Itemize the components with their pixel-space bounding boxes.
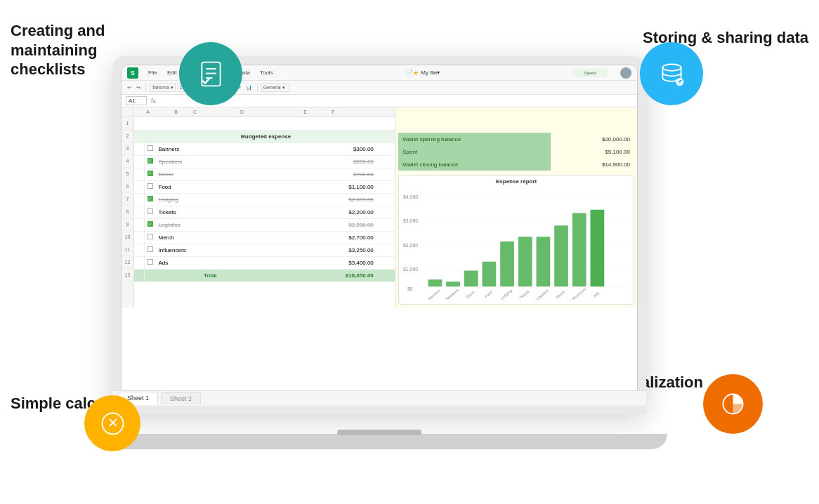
save-status: Saved <box>572 69 608 77</box>
data-area: 1 2 3 4 5 6 7 8 9 10 11 12 13 <box>122 107 637 307</box>
laptop-body: S File Edit Insert Format Data Tools 📄 ★… <box>112 56 646 414</box>
table-row: Influencers $3,250.00 <box>134 244 395 256</box>
col-e: E <box>284 107 327 117</box>
menu-file[interactable]: File <box>148 69 157 76</box>
col-d: D <box>200 107 284 117</box>
svg-text:✕: ✕ <box>107 416 118 430</box>
table-row: Merch $2,700.00 <box>134 231 395 244</box>
checkbox-banners[interactable] <box>148 145 153 151</box>
format-select[interactable]: General ▾ <box>261 84 289 92</box>
label-merch: Merch <box>156 231 266 244</box>
svg-text:$2,000: $2,000 <box>403 243 418 248</box>
piechart-circle-icon <box>703 374 763 434</box>
row-headers: 1 2 3 4 5 6 7 8 9 10 11 12 13 <box>122 107 134 307</box>
row-11: 11 <box>122 244 133 256</box>
wallet-summary-table: Wallet opening balance $20,000.00 Spent … <box>398 133 634 171</box>
right-panel: Wallet opening balance $20,000.00 Spent … <box>395 107 637 307</box>
fx-label: fx <box>151 98 156 105</box>
laptop-base <box>91 434 667 449</box>
row-3: 3 <box>122 142 133 155</box>
checkbox-decor[interactable] <box>148 171 153 176</box>
chart-title: Expense report <box>402 178 631 185</box>
wallet-row-spent: Spent $5,100.00 <box>398 145 634 158</box>
bar-food <box>483 262 497 287</box>
bar-lodging <box>500 241 514 286</box>
svg-text:Merch: Merch <box>555 289 565 299</box>
left-panel: A B C D E F Budgeted ex <box>134 107 395 307</box>
svg-text:Decor: Decor <box>465 289 476 299</box>
chart-btn[interactable]: 📊 <box>244 84 254 91</box>
label-influencers: Influencers <box>156 244 266 256</box>
laptop-screen: S File Edit Insert Format Data Tools 📄 ★… <box>121 65 638 406</box>
amount-decor: $700.00 <box>265 168 376 180</box>
bar-decor <box>464 270 478 286</box>
cell-reference[interactable]: A1 <box>126 96 147 105</box>
sheet-tabs: Sheet 1 Sheet 2 <box>121 390 638 406</box>
checkbox-ads[interactable] <box>148 259 153 265</box>
row-12: 12 <box>122 256 133 269</box>
database-circle-icon <box>640 42 703 105</box>
amount-merch: $2,700.00 <box>265 231 376 244</box>
bar-speakers <box>446 281 460 286</box>
col-f: F <box>327 107 341 117</box>
expense-table: Budgeted expense Banners $300.00 <box>134 117 395 282</box>
checkbox-tickets[interactable] <box>148 208 153 214</box>
checkbox-merch[interactable] <box>148 234 153 239</box>
total-row: Total $18,050.00 <box>134 269 395 281</box>
svg-text:Lodging: Lodging <box>500 289 513 300</box>
table-row: Logistics $2,200.00 <box>134 218 395 231</box>
row-13: 13 <box>122 269 133 281</box>
menu-tools[interactable]: Tools <box>260 69 273 76</box>
redo-btn[interactable]: ↪ <box>135 84 142 91</box>
wallet-opening-value: $20,000.00 <box>551 133 634 145</box>
table-row: Lodging $2,000.00 <box>134 193 395 206</box>
font-select[interactable]: Tahoma ▾ <box>150 84 176 92</box>
bar-chart-svg: $4,000 $3,000 $2,000 $1,000 $0 <box>402 187 631 300</box>
checkbox-logistics[interactable] <box>148 221 153 227</box>
svg-text:Tickets: Tickets <box>518 289 530 300</box>
menu-edit[interactable]: Edit <box>167 69 177 76</box>
svg-text:$3,000: $3,000 <box>403 218 418 223</box>
amount-logistics: $2,200.00 <box>265 218 376 231</box>
svg-text:$4,000: $4,000 <box>403 194 418 199</box>
label-ads: Ads <box>156 256 266 269</box>
bar-merch <box>554 225 568 286</box>
table-row: Decor $700.00 <box>134 168 395 180</box>
amount-banners: $300.00 <box>265 142 376 155</box>
checkbox-speakers[interactable] <box>148 158 153 164</box>
table-row: Banners $300.00 <box>134 142 395 155</box>
wallet-closing-label: Wallet closing balance <box>398 158 551 171</box>
laptop-wrapper: S File Edit Insert Format Data Tools 📄 ★… <box>112 56 646 449</box>
row-4: 4 <box>122 155 133 168</box>
wallet-row-closing: Wallet closing balance $14,900.00 <box>398 158 634 171</box>
laptop-notch <box>337 430 421 435</box>
row-9: 9 <box>122 218 133 231</box>
row-6: 6 <box>122 180 133 193</box>
svg-text:Banners: Banners <box>428 289 442 300</box>
wallet-closing-value: $14,900.00 <box>551 158 634 171</box>
spreadsheet: S File Edit Insert Format Data Tools 📄 ★… <box>122 65 637 405</box>
bar-influencers <box>572 213 587 287</box>
tab-sheet2[interactable]: Sheet 2 <box>161 392 201 404</box>
row-8: 8 <box>122 206 133 218</box>
checkbox-lodging[interactable] <box>148 196 153 201</box>
expense-chart: Expense report $4,000 $3,000 $2,000 $1,0… <box>398 175 634 305</box>
undo-btn[interactable]: ↩ <box>126 84 133 91</box>
file-title: My file <box>421 69 437 76</box>
row-10: 10 <box>122 231 133 244</box>
svg-text:Logistics: Logistics <box>535 288 549 300</box>
label-food: Food <box>156 180 266 193</box>
wallet-spent-value: $5,100.00 <box>551 145 634 158</box>
col-a: A <box>134 107 162 117</box>
col-headers: A B C D E F <box>134 107 395 117</box>
table-row: Tickets $2,200.00 <box>134 206 395 218</box>
bar-ads <box>591 210 605 287</box>
checkbox-influencers[interactable] <box>148 246 153 252</box>
amount-influencers: $3,250.00 <box>265 244 376 256</box>
svg-text:Speakers: Speakers <box>445 288 460 300</box>
checkbox-food[interactable] <box>148 183 153 189</box>
label-decor: Decor <box>156 168 266 180</box>
col-b: B <box>162 107 190 117</box>
svg-text:$1,000: $1,000 <box>403 267 418 272</box>
wallet-opening-label: Wallet opening balance <box>398 133 551 145</box>
